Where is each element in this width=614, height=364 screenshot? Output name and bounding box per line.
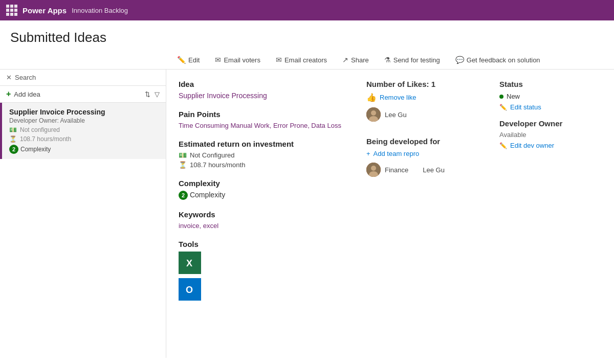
complexity-detail-circle: 2 [179,191,188,200]
pain-points-value: Time Consuming Manual Work, Error Prone,… [179,122,351,129]
outlook-svg: O [182,282,198,297]
email-voters-icon: ✉ [215,56,221,64]
idea-heading: Idea [179,80,351,88]
top-nav: Power Apps Innovation Backlog [0,0,614,20]
beaker-icon: ⚗ [384,56,391,64]
edit-dev-owner-icon: ✏️ [499,142,507,149]
money-icon-2: 💵 [179,151,187,159]
idea-meta-hours: ⏳ 108.7 hours/month [9,135,159,143]
idea-link[interactable]: Supplier Invoice Processing [179,92,267,100]
edit-dev-owner-button[interactable]: ✏️ Edit dev owner [499,142,602,149]
status-heading: Status [499,80,602,88]
idea-title: Supplier Invoice Processing [9,108,159,116]
search-label: Search [15,74,160,81]
roi-not-configured: 💵 Not Configured [179,151,351,159]
outlook-tool-icon: O [179,278,201,301]
tools-section: Tools X O [179,240,351,303]
sidebar-toolbar-icons: ⇅ ▽ [145,90,160,98]
remove-like-button[interactable]: 👍 Remove like [366,93,484,102]
team-avatar-svg [366,163,381,177]
detail-mid-column: Number of Likes: 1 👍 Remove like Lee Gu … [366,80,499,348]
app-title: Innovation Backlog [72,7,128,14]
add-team-icon: + [366,150,370,157]
svg-point-8 [371,166,376,171]
pain-points-section: Pain Points Time Consuming Manual Work, … [179,110,351,129]
share-button[interactable]: ↗ Share [339,54,372,66]
action-toolbar: ✏️ Edit ✉ Email voters ✉ Email creators … [0,51,614,70]
avatar [366,107,381,122]
search-clear-icon[interactable]: ✕ [6,74,12,81]
being-dev-heading: Being developed for [366,137,484,146]
excel-svg: X [182,255,198,270]
tools-list: X O [179,252,351,303]
team-person: Lee Gu [423,166,445,174]
tools-heading: Tools [179,240,351,248]
svg-text:X: X [186,258,192,268]
add-idea-label[interactable]: Add idea [14,90,142,98]
status-value-row: New [499,93,602,100]
team-dept: Finance [385,166,408,174]
list-item[interactable]: Supplier Invoice Processing Developer Ow… [0,103,166,159]
filter-icon[interactable]: ▽ [155,90,160,98]
edit-button[interactable]: ✏️ Edit [174,54,203,66]
detail-right-column: Status New ✏️ Edit status Developer Owne… [499,80,602,348]
edit-status-icon: ✏️ [499,104,507,111]
complexity-badge: 2 Complexity [9,145,51,154]
avatar-svg [366,107,381,122]
hourglass-icon: ⏳ [179,161,187,169]
complexity-section: Complexity 2 Complexity [179,179,351,200]
share-icon: ↗ [342,56,348,64]
main-layout: ✕ Search + Add idea ⇅ ▽ Supplier Invoice… [0,70,614,358]
complexity-detail-badge: 2 Complexity [179,191,351,200]
feedback-icon: 💬 [455,56,464,64]
edit-icon: ✏️ [177,56,186,64]
email-creators-icon: ✉ [276,56,282,64]
pain-points-heading: Pain Points [179,110,351,119]
excel-tool-icon: X [179,252,201,274]
keywords-section: Keywords invoice, excel [179,210,351,230]
search-bar: ✕ Search [0,70,166,86]
edit-status-button[interactable]: ✏️ Edit status [499,103,602,111]
detail-panel: Idea Supplier Invoice Processing Pain Po… [166,70,614,358]
email-creators-button[interactable]: ✉ Email creators [273,54,330,66]
roi-heading: Estimated return on investment [179,140,351,148]
get-feedback-button[interactable]: 💬 Get feedback on solution [452,54,543,66]
team-entry: Finance Lee Gu [366,163,484,177]
dev-owner-heading: Developer Owner [499,119,602,128]
sidebar: ✕ Search + Add idea ⇅ ▽ Supplier Invoice… [0,70,166,358]
add-idea-bar: + Add idea ⇅ ▽ [0,86,166,103]
dev-owner-value: Available [499,131,602,139]
keywords-value: invoice, excel [179,222,351,230]
sort-icon[interactable]: ⇅ [145,90,150,98]
idea-owner: Developer Owner: Available [9,117,159,124]
keywords-heading: Keywords [179,210,351,219]
add-team-button[interactable]: + Add team repro [366,150,484,157]
being-dev-section: Being developed for + Add team repro Fin… [366,137,484,177]
clock-icon: ⏳ [9,135,17,143]
team-avatar [366,163,381,177]
page-title: Submitted Ideas [0,20,614,51]
idea-section: Idea Supplier Invoice Processing [179,80,351,100]
email-voters-button[interactable]: ✉ Email voters [212,54,264,66]
svg-text:O: O [186,285,193,295]
status-value: New [507,93,520,100]
detail-left-column: Idea Supplier Invoice Processing Pain Po… [179,80,366,348]
idea-meta-configured: 💵 Not configured [9,126,159,133]
status-dot [499,95,503,99]
complexity-circle: 2 [9,145,18,154]
add-icon: + [6,89,11,99]
app-name: Power Apps [23,6,67,15]
svg-point-5 [371,110,376,116]
send-for-testing-button[interactable]: ⚗ Send for testing [381,54,443,66]
money-icon: 💵 [9,126,17,133]
waffle-icon[interactable] [6,5,17,16]
liker-row: Lee Gu [366,107,484,122]
roi-hours: ⏳ 108.7 hours/month [179,161,351,169]
complexity-heading: Complexity [179,179,351,188]
thumbs-up-icon: 👍 [366,93,377,102]
likes-heading: Number of Likes: 1 [366,80,484,88]
roi-section: Estimated return on investment 💵 Not Con… [179,140,351,169]
